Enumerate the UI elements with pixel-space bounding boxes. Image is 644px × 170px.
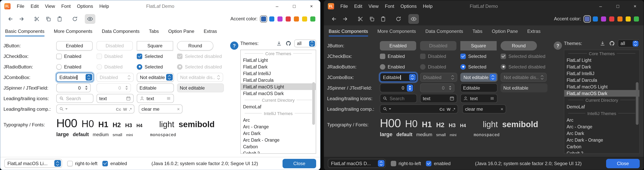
theme-list-item[interactable]: Arc: [241, 117, 316, 123]
date-field[interactable]: text: [420, 94, 457, 103]
help-button[interactable]: ?: [554, 42, 562, 50]
theme-list-item[interactable]: FlatLaf Darcula: [241, 77, 316, 83]
minimize-button[interactable]: –: [592, 1, 609, 12]
theme-list-item[interactable]: Cobalt 2: [564, 150, 639, 153]
clear-icon[interactable]: ×: [500, 106, 503, 112]
theme-list-item[interactable]: Arc - Orange: [564, 123, 639, 130]
accent-swatch[interactable]: [294, 16, 299, 21]
tab[interactable]: Option Pane: [168, 26, 194, 37]
radio-enabled[interactable]: [380, 64, 385, 69]
theme-list-item[interactable]: Arc Dark - Orange: [241, 136, 316, 143]
accent-swatch[interactable]: [634, 16, 639, 21]
combobox-arrow-icon[interactable]: [309, 41, 315, 46]
accent-swatch[interactable]: [593, 16, 598, 21]
match-case-button[interactable]: Cc: [116, 107, 121, 111]
spinner-stepper-icon[interactable]: [406, 84, 413, 91]
theme-list-item[interactable]: Cobalt 2: [241, 150, 316, 153]
enabled-checkbox[interactable]: [426, 160, 432, 166]
regex-button[interactable]: .*: [129, 107, 132, 111]
tab[interactable]: Tabs: [149, 26, 159, 37]
themes-list[interactable]: Core ThemesFlatLaf LightFlatLaf DarkFlat…: [240, 50, 316, 153]
scrollbar[interactable]: [312, 51, 315, 152]
theme-list-item[interactable]: Arc Dark: [564, 130, 639, 136]
enabled-checkbox[interactable]: [102, 160, 108, 166]
menu-item[interactable]: File: [337, 2, 351, 11]
theme-list-item[interactable]: Arc - Orange: [241, 123, 316, 130]
search-comp-field[interactable]: Cc W .*: [56, 104, 134, 113]
theme-list-item[interactable]: FlatLaf macOS Light: [564, 83, 639, 90]
theme-list-item[interactable]: FlatLaf macOS Dark: [564, 90, 639, 97]
theme-list-item[interactable]: FlatLaf IntelliJ: [241, 70, 316, 77]
combobox-arrow-icon[interactable]: [378, 160, 384, 167]
forward-button[interactable]: [340, 14, 350, 24]
eye-toggle-button[interactable]: [408, 14, 419, 24]
accent-swatch[interactable]: [310, 16, 315, 21]
window-close-button[interactable]: ×: [626, 1, 644, 12]
enabled-button[interactable]: Enabled: [380, 41, 416, 50]
clear-icon[interactable]: ×: [177, 106, 180, 112]
combobox-arrow-icon[interactable]: [490, 74, 496, 81]
eye-toggle-button[interactable]: [85, 14, 95, 24]
combobox-not-editable[interactable]: Not editable: [137, 73, 174, 82]
close-button[interactable]: Close: [282, 159, 316, 168]
themes-filter-combobox[interactable]: all: [294, 40, 316, 47]
tab[interactable]: Extras: [527, 26, 541, 37]
search-field[interactable]: Search: [56, 94, 94, 103]
cut-button[interactable]: [355, 14, 366, 24]
combobox-not-editable[interactable]: Not editable: [460, 73, 498, 82]
date-field[interactable]: text: [96, 94, 134, 103]
whole-word-button[interactable]: W: [123, 107, 127, 111]
themes-list[interactable]: Core ThemesFlatLaf LightFlatLaf DarkFlat…: [564, 50, 640, 153]
tab[interactable]: More Components: [377, 26, 416, 37]
maximize-button[interactable]: □: [286, 1, 303, 12]
titlebar[interactable]: FL FileEditViewFontOptionsHelp FlatLaf D…: [0, 1, 320, 12]
radio-enabled[interactable]: [56, 64, 62, 69]
textfield-editable[interactable]: Editable: [137, 83, 174, 92]
forward-button[interactable]: [16, 14, 27, 24]
combobox-arrow-icon[interactable]: [633, 41, 638, 46]
accent-swatch[interactable]: [626, 16, 631, 21]
maximize-button[interactable]: □: [609, 1, 626, 12]
user-field[interactable]: text: [137, 94, 174, 103]
github-button[interactable]: [285, 40, 292, 47]
textfield-editable[interactable]: Editable: [460, 83, 498, 92]
combobox-arrow-icon[interactable]: [86, 74, 92, 81]
combobox-editable[interactable]: Editable: [380, 73, 417, 82]
accent-swatch[interactable]: [269, 16, 274, 21]
search-comp-field[interactable]: Cc W .*: [380, 104, 458, 113]
accent-swatch[interactable]: [601, 16, 606, 21]
clearable-field[interactable]: clear me ×: [139, 104, 182, 113]
combobox-arrow-icon[interactable]: [166, 74, 172, 81]
tab[interactable]: Data Components: [102, 26, 140, 37]
clearable-field[interactable]: clear me ×: [462, 104, 506, 113]
round-button[interactable]: Round: [500, 41, 537, 50]
match-case-button[interactable]: Cc: [440, 107, 445, 111]
menu-item[interactable]: View: [42, 2, 58, 11]
menu-item[interactable]: View: [366, 2, 382, 11]
spinner-stepper-icon[interactable]: [83, 84, 89, 91]
tab[interactable]: Basic Components: [329, 26, 368, 37]
theme-list-item[interactable]: FlatLaf Darcula: [564, 77, 639, 83]
scrollbar[interactable]: [636, 51, 638, 152]
menu-item[interactable]: Font: [382, 2, 398, 11]
refresh-button[interactable]: [393, 14, 404, 24]
accent-swatch[interactable]: [261, 16, 266, 21]
chevron-down-icon[interactable]: [389, 108, 391, 110]
search-field[interactable]: Search: [380, 94, 417, 103]
laf-combobox[interactable]: FlatLaf macOS Li...: [4, 159, 62, 168]
menu-item[interactable]: Help: [420, 2, 436, 11]
square-button[interactable]: Square: [460, 41, 497, 50]
square-button[interactable]: Square: [137, 41, 173, 50]
regex-button[interactable]: .*: [452, 107, 455, 111]
tab[interactable]: Basic Components: [5, 26, 44, 37]
theme-list-item[interactable]: FlatLaf IntelliJ: [564, 70, 639, 77]
menu-item[interactable]: Options: [398, 2, 420, 11]
menu-item[interactable]: Edit: [351, 2, 366, 11]
accent-swatch[interactable]: [618, 16, 622, 21]
accent-swatch[interactable]: [286, 16, 291, 21]
tab[interactable]: Tabs: [472, 26, 482, 37]
theme-list-item[interactable]: Arc Dark: [241, 130, 316, 136]
theme-list-item[interactable]: Carbon: [241, 143, 316, 150]
accent-swatch[interactable]: [278, 16, 282, 21]
close-button[interactable]: Close: [606, 159, 640, 168]
